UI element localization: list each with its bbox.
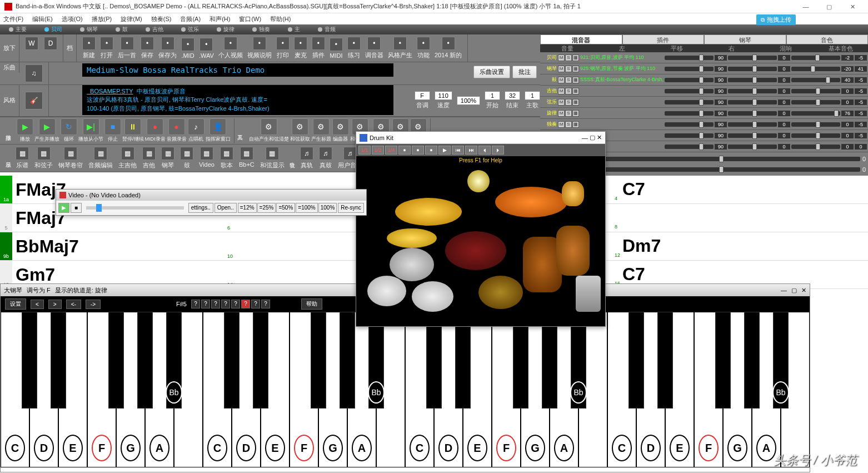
white-key[interactable]: D: [232, 312, 261, 467]
toolbar-button[interactable]: •2014 新的: [432, 36, 465, 61]
show-button[interactable]: ▦乐谱: [13, 146, 31, 171]
tool-button[interactable]: ⚙: [332, 118, 349, 135]
menu-item[interactable]: 窗口(W): [239, 15, 261, 23]
video-zoom-button[interactable]: =12%: [238, 203, 257, 213]
toolbar-button[interactable]: •风格产生: [386, 36, 415, 61]
reverb-slider[interactable]: [791, 111, 840, 116]
show-button[interactable]: ▦主吉他: [116, 146, 139, 171]
drum-ctrl-button[interactable]: ●: [398, 146, 411, 155]
piano-q-button[interactable]: ?: [261, 300, 270, 308]
end-field[interactable]: 32结束: [505, 91, 520, 109]
menu-item[interactable]: 帮助(H): [270, 15, 291, 23]
white-key[interactable]: F: [290, 312, 318, 467]
pan-slider[interactable]: [728, 122, 777, 127]
transport-button[interactable]: ♪: [188, 118, 204, 135]
menu-item[interactable]: 和声(H): [209, 15, 230, 23]
pan-slider[interactable]: [728, 111, 777, 116]
pan-slider[interactable]: [728, 89, 777, 93]
white-key[interactable]: E: [58, 312, 87, 467]
master-slider[interactable]: [578, 167, 860, 172]
volume-slider[interactable]: [665, 67, 714, 71]
drum-ctrl-button[interactable]: ⏭: [465, 146, 477, 155]
piano-q-button[interactable]: ?: [241, 300, 250, 308]
start-field[interactable]: 1开始: [485, 91, 500, 109]
toolbar-button[interactable]: •保存: [138, 36, 156, 61]
pan-slider[interactable]: [728, 56, 777, 60]
white-key[interactable]: E: [261, 312, 290, 467]
transport-button[interactable]: ⏸: [124, 118, 141, 135]
white-key[interactable]: C: [203, 312, 232, 467]
white-key[interactable]: C: [405, 312, 434, 467]
white-key[interactable]: C: [1, 312, 29, 467]
tom-1[interactable]: [367, 276, 406, 306]
volume-slider[interactable]: [665, 56, 714, 60]
white-key[interactable]: A: [145, 312, 174, 467]
white-key[interactable]: F: [694, 312, 723, 467]
transport-button[interactable]: ■: [104, 118, 121, 135]
white-key[interactable]: D: [29, 312, 58, 467]
pct-field[interactable]: 100%: [457, 96, 480, 105]
cowbell[interactable]: [576, 276, 601, 312]
drum-pads[interactable]: [356, 165, 605, 326]
white-key[interactable]: E: [665, 312, 694, 467]
minimize-button[interactable]: —: [795, 1, 817, 12]
menu-item[interactable]: 编辑(E): [32, 15, 53, 23]
toolbar-button[interactable]: •个人视频: [216, 36, 245, 61]
transport-button[interactable]: ↻: [61, 118, 77, 135]
chord-cell[interactable]: 16C7: [622, 264, 645, 285]
toolbar-button[interactable]: •视频说明: [245, 36, 274, 61]
floor-tom[interactable]: [478, 276, 523, 309]
reverb-slider[interactable]: [791, 100, 840, 104]
transport-button[interactable]: ▶|: [83, 118, 99, 135]
pan-slider[interactable]: [728, 100, 777, 104]
piano-q-button[interactable]: ?: [211, 300, 220, 308]
drum-maximize[interactable]: ▢: [590, 134, 595, 141]
master-slider[interactable]: [578, 157, 860, 161]
maracas[interactable]: [562, 181, 584, 206]
track-tab[interactable]: 吉他: [137, 26, 172, 33]
chorus-field[interactable]: 1主歌: [525, 91, 540, 109]
menu-item[interactable]: 选项(O): [62, 15, 83, 23]
track-tab[interactable]: 独奏: [243, 26, 279, 33]
drum-ctrl-button[interactable]: ⏮: [452, 146, 464, 155]
toolbar-button[interactable]: •.MID: [179, 37, 197, 60]
tool-button[interactable]: ⚙: [261, 118, 277, 135]
drum-ctrl-button[interactable]: ⏵: [492, 146, 504, 155]
show-button[interactable]: ▦鼓: [178, 146, 196, 171]
piano-settings-button[interactable]: 设置: [5, 298, 26, 310]
piano-q-button[interactable]: ?: [221, 300, 230, 308]
song-icon[interactable]: ♫: [23, 63, 45, 83]
conga-2[interactable]: [556, 226, 590, 276]
show-button[interactable]: ▦钢琴: [159, 146, 177, 171]
piano-help-button[interactable]: 帮助: [301, 298, 322, 310]
maximize-button[interactable]: ▢: [818, 1, 840, 12]
chord-cell[interactable]: [654, 176, 868, 203]
drum-beat-button[interactable]: 1/2: [372, 146, 384, 155]
toolbar-button[interactable]: •MIDI: [327, 37, 345, 60]
bar-number[interactable]: 9b: [0, 232, 12, 260]
piano-prev2[interactable]: <-: [66, 300, 81, 309]
menu-item[interactable]: 播放(P): [92, 15, 112, 23]
track-tab[interactable]: 旋律: [208, 26, 243, 33]
white-key[interactable]: A: [550, 312, 578, 467]
transport-button[interactable]: ●: [147, 118, 163, 135]
style-description[interactable]: _BOSAMEP.STY 中板慢板波萨原音 这波萨风格有3真轨 - 原音贝司, …: [82, 85, 393, 115]
piano-q-button[interactable]: ?: [201, 300, 210, 308]
white-key[interactable]: G: [521, 312, 550, 467]
volume-slider[interactable]: [665, 133, 714, 138]
drum-beat-button[interactable]: 1/4: [385, 146, 397, 155]
tom-2[interactable]: [412, 281, 453, 312]
transport-button[interactable]: ▶: [39, 118, 56, 135]
reverb-slider[interactable]: [791, 133, 840, 138]
reverb-slider[interactable]: [791, 145, 840, 149]
show-button[interactable]: ▦Video: [197, 146, 217, 171]
show-button[interactable]: ▦和弦子: [32, 146, 55, 171]
white-key[interactable]: [376, 312, 405, 467]
track-tab[interactable]: 音频: [309, 26, 345, 33]
toolbar-button[interactable]: •打开: [98, 36, 116, 61]
piano-next2[interactable]: ->: [86, 300, 101, 309]
style-link[interactable]: _BOSAMEP.STY: [87, 88, 133, 94]
chord-cell[interactable]: 12Dm7: [622, 236, 661, 256]
reverb-slider[interactable]: [791, 122, 840, 127]
track-button[interactable]: ♬真鼓: [317, 146, 335, 171]
